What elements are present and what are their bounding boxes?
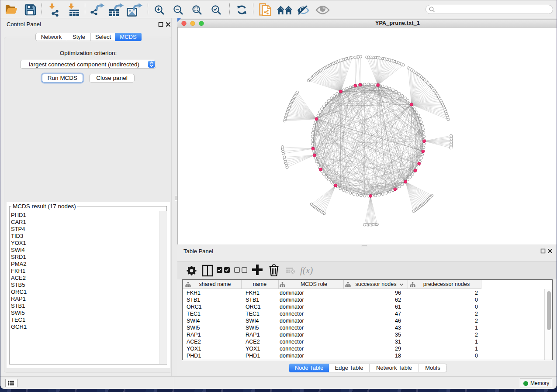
svg-text:f(x): f(x) [300,265,313,275]
